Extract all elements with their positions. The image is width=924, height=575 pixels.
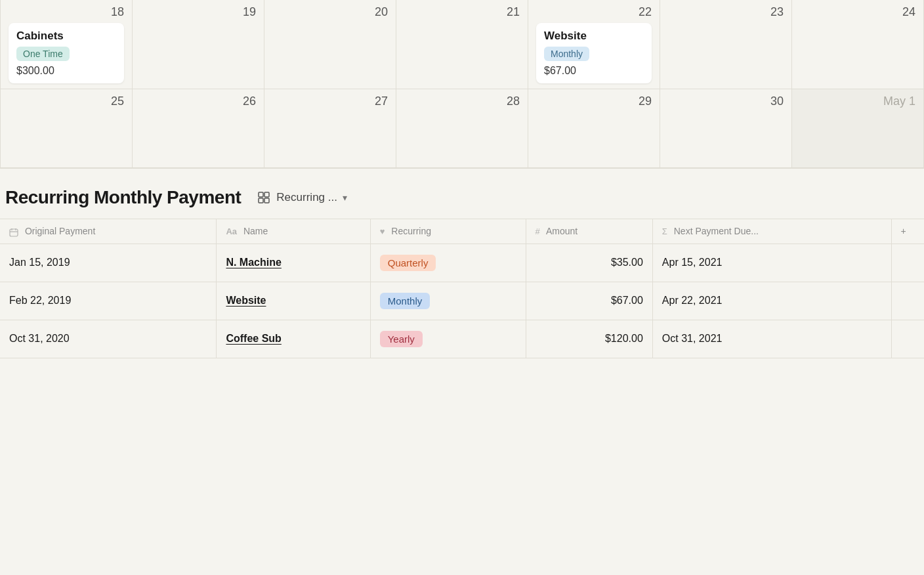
cell-number: 30 — [668, 95, 784, 108]
td-recurring: Monthly — [370, 282, 526, 320]
calendar-cell-cell-25: 25 — [1, 89, 133, 168]
name-link[interactable]: N. Machine — [226, 257, 281, 268]
td-next-payment: Apr 22, 2021 — [652, 282, 891, 320]
svg-rect-2 — [259, 198, 263, 203]
cell-number: 19 — [140, 5, 256, 19]
calendar-section: 18CabinetsOne Time$300.0019202122Website… — [0, 0, 924, 169]
cell-number: 28 — [404, 95, 520, 108]
cell-number: 25 — [9, 95, 124, 108]
view-selector-button[interactable]: Recurring ... ▾ — [251, 188, 352, 207]
td-amount: $67.00 — [526, 282, 652, 320]
hash-icon: # — [536, 226, 540, 236]
cell-number: 18 — [9, 5, 124, 19]
cell-number: 23 — [668, 5, 784, 19]
table-title: Recurring Monthly Payment — [5, 187, 241, 208]
name-link[interactable]: Coffee Sub — [226, 333, 281, 344]
table-header-row: Recurring Monthly Payment Recurring ... … — [0, 169, 924, 219]
calendar-cell-cell-29: 29 — [528, 89, 660, 168]
td-name[interactable]: Coffee Sub — [217, 320, 370, 358]
event-card[interactable]: CabinetsOne Time$300.00 — [9, 23, 124, 83]
recurring-badge: Monthly — [380, 293, 430, 309]
calendar-grid: 18CabinetsOne Time$300.0019202122Website… — [0, 0, 924, 168]
cell-number: 29 — [536, 95, 652, 108]
sigma-icon: Σ — [662, 226, 667, 236]
cell-number: 22 — [536, 5, 652, 19]
calendar-cell-cell-may1: May 1 — [792, 89, 924, 168]
text-icon: Aa — [226, 226, 237, 236]
grid-icon — [257, 190, 271, 205]
table-row[interactable]: Oct 31, 2020 Coffee Sub Yearly $120.00 O… — [0, 320, 924, 358]
name-link[interactable]: Website — [226, 295, 266, 306]
table-header-row: Original Payment Aa Name ♥ Recurring # A… — [0, 219, 924, 244]
td-recurring: Yearly — [370, 320, 526, 358]
th-original-label: Original Payment — [25, 226, 95, 236]
th-name-label: Name — [243, 226, 268, 236]
event-amount: $300.00 — [16, 65, 116, 77]
svg-rect-3 — [264, 198, 269, 203]
cell-number: 20 — [272, 5, 388, 19]
td-amount: $35.00 — [526, 244, 652, 282]
event-title: Website — [544, 30, 644, 43]
table-section: Recurring Monthly Payment Recurring ... … — [0, 169, 924, 358]
event-amount: $67.00 — [544, 65, 644, 77]
event-badge: One Time — [16, 47, 70, 61]
calendar-cell-cell-26: 26 — [133, 89, 264, 168]
calendar-cell-cell-30: 30 — [660, 89, 792, 168]
th-name: Aa Name — [217, 219, 370, 244]
td-recurring: Quarterly — [370, 244, 526, 282]
cell-number: 26 — [140, 95, 256, 108]
calendar-cell-cell-23: 23 — [660, 0, 792, 89]
calendar-cell-cell-28: 28 — [396, 89, 528, 168]
cell-number: 21 — [404, 5, 520, 19]
calendar-cell-cell-21: 21 — [396, 0, 528, 89]
th-amount-label: Amount — [546, 226, 578, 236]
td-add — [891, 282, 924, 320]
calendar-cell-cell-22: 22WebsiteMonthly$67.00 — [528, 0, 660, 89]
td-amount: $120.00 — [526, 320, 652, 358]
td-original: Oct 31, 2020 — [0, 320, 217, 358]
calendar-icon — [9, 226, 18, 237]
cell-number: May 1 — [800, 95, 915, 108]
event-card[interactable]: WebsiteMonthly$67.00 — [536, 23, 652, 83]
td-original: Jan 15, 2019 — [0, 244, 217, 282]
th-recurring: ♥ Recurring — [370, 219, 526, 244]
calendar-cell-cell-24: 24 — [792, 0, 924, 89]
svg-rect-0 — [259, 192, 263, 197]
td-add — [891, 320, 924, 358]
td-add — [891, 244, 924, 282]
calendar-cell-cell-19: 19 — [133, 0, 264, 89]
td-name[interactable]: Website — [217, 282, 370, 320]
td-next-payment: Oct 31, 2021 — [652, 320, 891, 358]
view-label: Recurring ... — [276, 191, 337, 204]
th-next-payment: Σ Next Payment Due... — [652, 219, 891, 244]
recurring-badge: Quarterly — [380, 255, 436, 271]
table-row[interactable]: Feb 22, 2019 Website Monthly $67.00 Apr … — [0, 282, 924, 320]
cell-number: 27 — [272, 95, 388, 108]
calendar-cell-cell-20: 20 — [264, 0, 396, 89]
event-badge: Monthly — [544, 47, 589, 61]
td-next-payment: Apr 15, 2021 — [652, 244, 891, 282]
heart-icon: ♥ — [380, 226, 385, 236]
table-head: Original Payment Aa Name ♥ Recurring # A… — [0, 219, 924, 244]
svg-rect-1 — [264, 192, 269, 197]
td-original: Feb 22, 2019 — [0, 282, 217, 320]
calendar-cell-cell-27: 27 — [264, 89, 396, 168]
data-table: Original Payment Aa Name ♥ Recurring # A… — [0, 219, 924, 358]
table-body: Jan 15, 2019 N. Machine Quarterly $35.00… — [0, 244, 924, 358]
svg-rect-4 — [10, 229, 18, 236]
chevron-down-icon: ▾ — [343, 192, 347, 203]
cell-number: 24 — [800, 5, 915, 19]
calendar-cell-cell-18: 18CabinetsOne Time$300.00 — [1, 0, 133, 89]
th-original: Original Payment — [0, 219, 217, 244]
table-row[interactable]: Jan 15, 2019 N. Machine Quarterly $35.00… — [0, 244, 924, 282]
td-name[interactable]: N. Machine — [217, 244, 370, 282]
th-recurring-label: Recurring — [391, 226, 431, 236]
recurring-badge: Yearly — [380, 331, 423, 347]
th-add-column[interactable]: + — [891, 219, 924, 244]
th-amount: # Amount — [526, 219, 652, 244]
th-next-label: Next Payment Due... — [674, 226, 759, 236]
event-title: Cabinets — [16, 30, 116, 43]
